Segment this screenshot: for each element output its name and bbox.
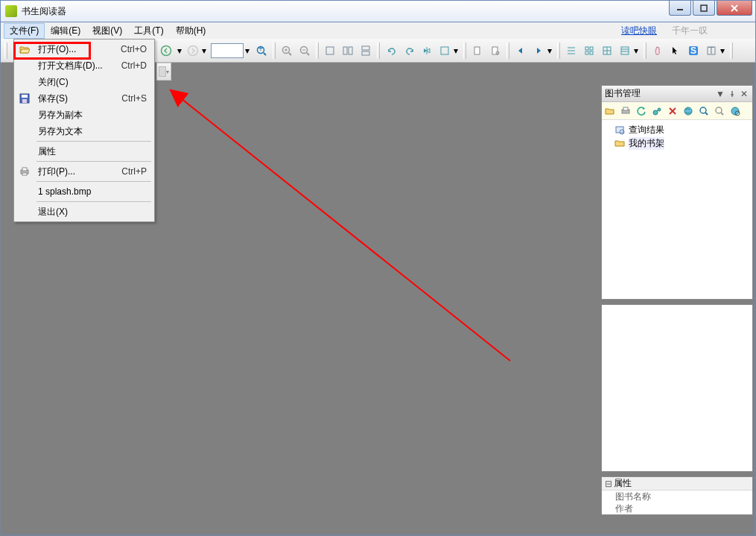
- toolbar-grip-6: [463, 42, 466, 59]
- layout1-icon[interactable]: [322, 42, 338, 59]
- nav-prev-icon[interactable]: [512, 42, 529, 59]
- file-print-label: 打印(P)...: [38, 165, 121, 178]
- menu-file[interactable]: 文件(F): [4, 23, 45, 39]
- toolbar-grip-5: [377, 42, 380, 59]
- file-print[interactable]: 打印(P)... Ctrl+P: [16, 163, 153, 180]
- maximize-button[interactable]: [693, 1, 715, 16]
- nav-dd[interactable]: ▾: [547, 45, 555, 56]
- file-close[interactable]: 关闭(C): [16, 74, 153, 90]
- nav-fwd-dd[interactable]: ▾: [202, 45, 209, 56]
- nav-next-icon[interactable]: [530, 42, 547, 59]
- file-exit[interactable]: 退出(X): [16, 204, 153, 220]
- sub-btn[interactable]: [159, 66, 166, 77]
- minimize-button[interactable]: [669, 1, 691, 16]
- file-save-copy[interactable]: 另存为副本: [16, 107, 153, 123]
- zoom-in-icon[interactable]: [279, 42, 295, 59]
- menu-tools[interactable]: 工具(T): [128, 23, 169, 39]
- menu-separator-1: [36, 141, 151, 142]
- file-save-label: 保存(S): [38, 92, 121, 105]
- zoom-out-icon[interactable]: [296, 42, 313, 59]
- rotate-dd[interactable]: [436, 42, 453, 59]
- prop-book-name: 图书名称: [602, 491, 752, 502]
- text-select-icon[interactable]: T: [703, 42, 720, 59]
- toolbar-grip-7: [506, 42, 509, 59]
- svg-point-58: [700, 107, 706, 113]
- hand-icon[interactable]: [649, 42, 666, 59]
- link-duba[interactable]: 读吧快眼: [621, 25, 657, 37]
- tree-query-label: 查询结果: [629, 124, 664, 136]
- panel-close-icon[interactable]: ✕: [739, 89, 749, 99]
- file-open-lib[interactable]: 打开文档库(D)... Ctrl+D: [16, 57, 153, 74]
- pt-print-icon[interactable]: [619, 104, 632, 118]
- tree-my-shelf[interactable]: 我的书架: [606, 136, 748, 150]
- file-props-label: 属性: [38, 145, 147, 158]
- open-icon: [19, 43, 31, 55]
- flip-icon[interactable]: [419, 42, 435, 59]
- file-save-text-label: 另存为文本: [38, 125, 147, 138]
- collapse-icon[interactable]: ⊟: [605, 479, 614, 489]
- pt-delete-icon[interactable]: [666, 104, 679, 118]
- list3-icon[interactable]: [599, 42, 615, 59]
- cursor-icon[interactable]: [667, 42, 684, 59]
- menu-help[interactable]: 帮助(H): [170, 23, 212, 39]
- rotate-left-icon[interactable]: [383, 42, 399, 59]
- layout3-icon[interactable]: [358, 42, 374, 59]
- text-dd[interactable]: ▾: [720, 45, 728, 56]
- zoom-fit-icon[interactable]: +: [253, 42, 270, 59]
- window-title: 书生阅读器: [22, 5, 755, 18]
- list-dd[interactable]: ▾: [634, 45, 641, 56]
- tree-query-results[interactable]: 查询结果: [606, 123, 748, 136]
- file-props[interactable]: 属性: [16, 143, 153, 160]
- file-save[interactable]: 保存(S) Ctrl+S: [16, 90, 153, 107]
- toolbar-grip-10: [730, 42, 733, 59]
- close-button[interactable]: [717, 1, 752, 16]
- rotate-dd-arrow[interactable]: ▾: [454, 45, 461, 56]
- list1-icon[interactable]: [563, 42, 579, 59]
- pt-find-icon[interactable]: [713, 104, 726, 118]
- svg-point-60: [716, 107, 722, 113]
- svg-rect-22: [441, 47, 448, 54]
- page-number-field[interactable]: [211, 43, 244, 58]
- props-header[interactable]: ⊟ 属性: [602, 477, 752, 491]
- pt-open-icon[interactable]: [603, 104, 617, 118]
- nav-fwd-icon[interactable]: [185, 42, 201, 59]
- select-s-icon[interactable]: S: [685, 42, 702, 59]
- save-icon: [19, 92, 31, 104]
- list4-icon[interactable]: [617, 42, 633, 59]
- page-dd[interactable]: ▾: [245, 45, 252, 56]
- page-fit-icon[interactable]: [487, 42, 504, 59]
- file-save-copy-label: 另存为副本: [38, 109, 147, 122]
- sub-toolbar: ▾: [156, 63, 171, 81]
- menu-bar: 文件(F) 编辑(E) 视图(V) 工具(T) 帮助(H) 读吧快眼 千年一叹: [0, 22, 756, 39]
- list2-icon[interactable]: [581, 42, 597, 59]
- print-icon: [19, 165, 31, 177]
- page-first-icon[interactable]: [469, 42, 486, 59]
- svg-text:T: T: [708, 45, 714, 56]
- file-open[interactable]: 打开(O)... Ctrl+O: [16, 41, 153, 57]
- panel-title: 图书管理: [605, 87, 714, 100]
- panel-menu-icon[interactable]: ▼: [715, 89, 725, 99]
- toolbar-grip: [4, 42, 7, 59]
- menu-edit[interactable]: 编辑(E): [45, 23, 86, 39]
- tree-shelf-label: 我的书架: [629, 137, 664, 150]
- svg-text:+: +: [258, 45, 263, 54]
- rotate-right-icon[interactable]: [401, 42, 417, 59]
- file-open-label: 打开(O)...: [38, 43, 121, 56]
- pt-refresh-icon[interactable]: [635, 104, 648, 118]
- layout2-icon[interactable]: [340, 42, 356, 59]
- pt-world-icon[interactable]: [728, 104, 742, 118]
- file-open-shortcut: Ctrl+O: [121, 44, 147, 54]
- nav-back-dd[interactable]: ▾: [176, 42, 183, 59]
- svg-rect-44: [22, 95, 28, 98]
- file-save-text[interactable]: 另存为文本: [16, 123, 153, 139]
- svg-line-61: [721, 113, 723, 115]
- pt-net-icon[interactable]: [650, 104, 664, 118]
- file-recent-1[interactable]: 1 splash.bmp: [16, 183, 153, 200]
- menu-view[interactable]: 视图(V): [86, 23, 128, 39]
- pt-search-icon[interactable]: [697, 104, 711, 118]
- nav-back-icon[interactable]: [158, 42, 174, 59]
- svg-rect-32: [590, 51, 593, 54]
- panel-pin-icon[interactable]: [727, 89, 737, 99]
- svg-rect-24: [492, 47, 498, 54]
- pt-globe-icon[interactable]: [682, 104, 695, 118]
